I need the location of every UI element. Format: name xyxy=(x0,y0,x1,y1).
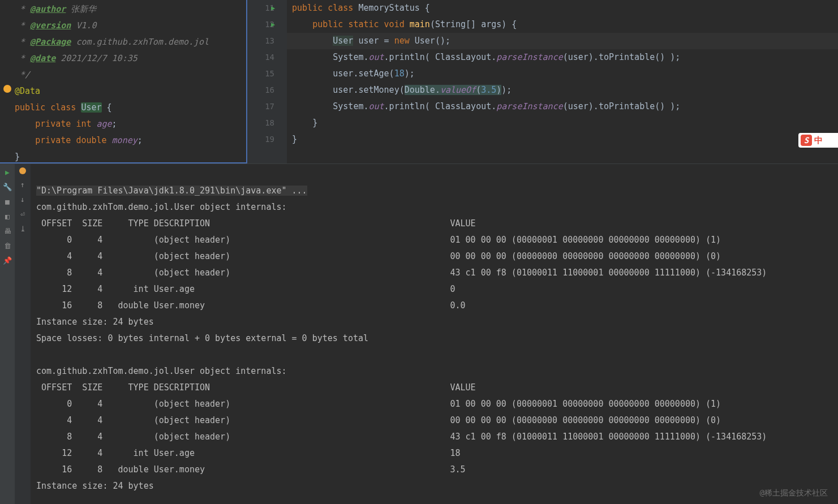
output-line: com.github.zxhTom.demo.jol.User object i… xyxy=(36,202,287,212)
output-line: 0 4 (object header) 01 00 00 00 (0000000… xyxy=(36,399,721,409)
line-number: 17 xyxy=(247,98,274,115)
stop-icon[interactable]: ■ xyxy=(3,197,12,206)
editor-split-pane: * @author 张新华 * @version V1.0 * @Package… xyxy=(0,0,838,164)
line-number: 13 xyxy=(247,33,274,49)
output-line: 0 4 (object header) 01 00 00 00 (0000000… xyxy=(36,235,721,245)
output-line: 8 4 (object header) 43 c1 00 f8 (0100001… xyxy=(36,432,767,442)
code-line: System.out.println( ClassLayout.parseIns… xyxy=(287,98,838,115)
code-line: public static void main(String[] args) { xyxy=(287,16,838,33)
trash-icon[interactable]: 🗑 xyxy=(3,241,12,250)
run-gutter-icon[interactable]: ▶ xyxy=(271,0,275,16)
run-tool-window: ▶ 🔧 ■ ◧ 🖶 🗑 📌 ↑ ↓ ⏎ ⤓ "D:\Program Files\… xyxy=(0,164,838,504)
output-line: 4 4 (object header) 00 00 00 00 (0000000… xyxy=(36,415,721,425)
code-line: user.setMoney(Double.valueOf(3.5)); xyxy=(287,82,838,98)
output-line: Instance size: 24 bytes xyxy=(36,317,154,327)
ime-lang: 中 xyxy=(814,135,823,146)
javadoc-line: * @version V1.0 xyxy=(15,18,243,34)
output-line: OFFSET SIZE TYPE DESCRIPTION VALUE xyxy=(36,218,476,229)
scroll-to-end-icon[interactable]: ⤓ xyxy=(18,224,27,233)
field-line: private int age; xyxy=(15,116,243,132)
sogou-icon: S xyxy=(801,135,812,146)
camera-icon[interactable]: ◧ xyxy=(3,212,12,221)
output-line: 16 8 double User.money 0.0 xyxy=(36,300,466,311)
wrench-icon[interactable]: 🔧 xyxy=(3,182,12,191)
field-line: private double money; xyxy=(15,132,243,149)
line-number: 19 xyxy=(247,131,274,148)
intention-bulb-icon[interactable] xyxy=(3,85,11,93)
code-line: System.out.println( ClassLayout.parseIns… xyxy=(287,49,838,66)
class-decl: public class User { xyxy=(15,100,243,116)
code-line-current: User user = new User(); xyxy=(287,33,838,49)
left-editor-popup[interactable]: * @author 张新华 * @version V1.0 * @Package… xyxy=(0,0,247,163)
soft-wrap-icon[interactable]: ⏎ xyxy=(18,209,27,218)
run-toolbar-right: ↑ ↓ ⏎ ⤓ xyxy=(15,164,31,504)
javadoc-end: */ xyxy=(15,67,243,83)
pin-icon[interactable]: 📌 xyxy=(3,256,12,265)
line-number: 16 xyxy=(247,82,274,98)
console-output[interactable]: "D:\Program Files\Java\jdk1.8.0_291\bin\… xyxy=(31,164,838,504)
print-icon[interactable]: 🖶 xyxy=(3,226,12,235)
annotation-line: @Data xyxy=(15,83,243,100)
output-line: 4 4 (object header) 00 00 00 00 (0000000… xyxy=(36,251,721,261)
javadoc-line: * @date 2021/12/7 10:35 xyxy=(15,50,243,67)
code-area[interactable]: public class MemoryStatus { public stati… xyxy=(287,0,838,163)
output-line: Space losses: 0 bytes internal + 0 bytes… xyxy=(36,333,368,343)
output-line: OFFSET SIZE TYPE DESCRIPTION VALUE xyxy=(36,382,476,393)
output-line: 16 8 double User.money 3.5 xyxy=(36,464,466,475)
line-number: 18 xyxy=(247,115,274,131)
output-line: 8 4 (object header) 43 c1 00 f8 (0100001… xyxy=(36,268,767,278)
line-number: 15 xyxy=(247,66,274,82)
main-editor[interactable]: ▶11 ▶12 13 14 15 16 17 18 19 public clas… xyxy=(247,0,838,163)
output-line: Instance size: 24 bytes xyxy=(36,481,154,491)
output-line: 12 4 int User.age 0 xyxy=(36,284,455,294)
gutter[interactable]: ▶11 ▶12 13 14 15 16 17 18 19 xyxy=(247,0,287,163)
run-toolbar-left: ▶ 🔧 ■ ◧ 🖶 🗑 📌 xyxy=(0,164,15,504)
javadoc-line: * @author 张新华 xyxy=(15,1,243,18)
code-line: public class MemoryStatus { xyxy=(287,0,838,16)
command-line: "D:\Program Files\Java\jdk1.8.0_291\bin\… xyxy=(36,186,307,196)
brace-close: } xyxy=(15,149,243,165)
code-line: } xyxy=(287,131,838,148)
line-number: 14 xyxy=(247,49,274,66)
output-line: com.github.zxhTom.demo.jol.User object i… xyxy=(36,366,287,376)
output-line: 12 4 int User.age 18 xyxy=(36,448,461,458)
down-arrow-icon[interactable]: ↓ xyxy=(18,195,27,204)
code-line: user.setAge(18); xyxy=(287,66,838,82)
run-gutter-icon[interactable]: ▶ xyxy=(271,16,275,33)
watermark-text: @稀土掘金技术社区 xyxy=(760,488,828,498)
code-line: } xyxy=(287,115,838,131)
status-dot-icon[interactable] xyxy=(19,167,26,174)
up-arrow-icon[interactable]: ↑ xyxy=(18,180,27,189)
ime-indicator[interactable]: S 中 xyxy=(798,133,838,148)
rerun-icon[interactable]: ▶ xyxy=(3,167,12,176)
javadoc-line: * @Package com.github.zxhTom.demo.jol xyxy=(15,34,243,50)
